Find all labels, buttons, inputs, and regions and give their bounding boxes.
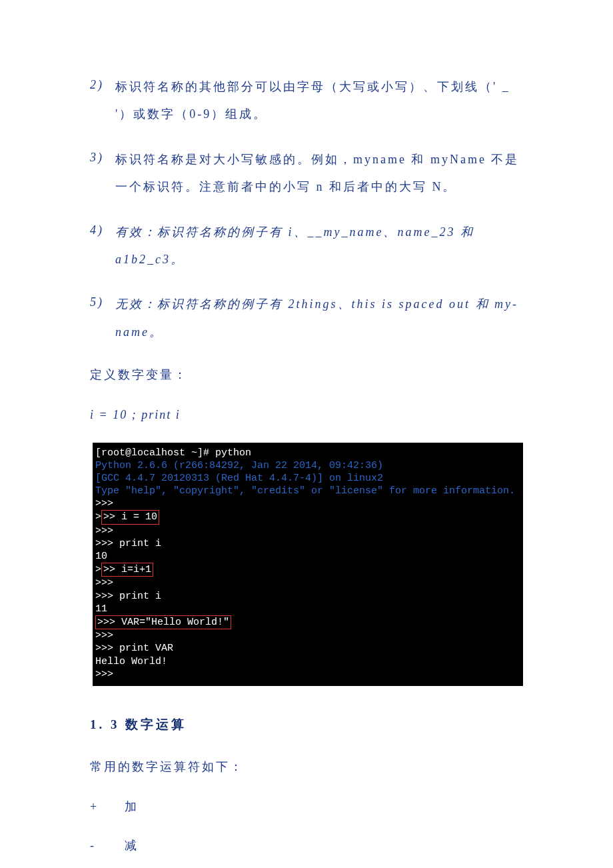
highlighted-code: >> i=i+1 (101, 563, 153, 577)
list-number: 2) (90, 73, 115, 129)
list-text: 标识符名称的其他部分可以由字母（大写或小写）、下划线（' _ '）或数字（0-9… (115, 73, 523, 129)
operators-intro: 常用的数字运算符如下： (90, 755, 523, 778)
python-version: Python 2.6.6 (r266:84292, Jan 22 2014, 0… (95, 459, 520, 472)
inline-code: i = 10 ; print i (90, 403, 523, 426)
define-variable-label: 定义数字变量： (90, 363, 523, 386)
list-text: 有效：标识符名称的例子有 i、__my_name、name_23 和 a1b2_… (115, 219, 523, 274)
list-item: 5) 无效：标识符名称的例子有 2things、this is spaced o… (90, 291, 523, 346)
section-heading: 1. 3 数字运算 (90, 713, 523, 737)
shell-prompt: [root@localhost ~]# python (95, 447, 251, 459)
operator-name: 加 (125, 800, 139, 813)
list-number: 4) (90, 219, 115, 274)
terminal-block: [root@localhost ~]# python Python 2.6.6 … (90, 443, 523, 686)
list-number: 3) (90, 146, 115, 201)
list-text: 标识符名称是对大小写敏感的。例如，myname 和 myName 不是一个标识符… (115, 146, 523, 201)
operator-name: 减 (125, 839, 139, 852)
repl-output: Hello World! (95, 655, 520, 668)
python-gcc: [GCC 4.4.7 20120313 (Red Hat 4.4.7-4)] o… (95, 472, 520, 485)
operator-row: - 减 (90, 834, 523, 857)
repl-line: >>> print VAR (95, 642, 520, 655)
repl-output: 10 (95, 550, 520, 563)
repl-line: >>> print i (95, 590, 520, 603)
list-item: 3) 标识符名称是对大小写敏感的。例如，myname 和 myName 不是一个… (90, 146, 523, 201)
highlighted-code: >>> VAR="Hello World!" (95, 615, 231, 629)
repl-prompt: >>> (95, 497, 520, 510)
repl-prompt: >>> (95, 577, 520, 589)
list-item: 2) 标识符名称的其他部分可以由字母（大写或小写）、下划线（' _ '）或数字（… (90, 73, 523, 129)
list-text: 无效：标识符名称的例子有 2things、this is spaced out … (115, 291, 523, 346)
repl-line: >>> print i (95, 537, 520, 550)
repl-arrow: > (95, 564, 101, 575)
list-number: 5) (90, 291, 115, 346)
operator-symbol: + (90, 795, 119, 818)
repl-prompt: >>> (95, 629, 520, 642)
repl-prompt: >>> (95, 525, 520, 537)
operator-row: + 加 (90, 795, 523, 818)
operator-symbol: - (90, 834, 119, 857)
document-page: 2) 标识符名称的其他部分可以由字母（大写或小写）、下划线（' _ '）或数字（… (0, 0, 613, 868)
repl-output: 11 (95, 603, 520, 615)
python-help: Type "help", "copyright", "credits" or "… (95, 485, 520, 497)
repl-prompt: >>> (95, 668, 520, 681)
highlighted-code: >> i = 10 (101, 510, 159, 524)
repl-arrow: > (95, 511, 101, 523)
list-item: 4) 有效：标识符名称的例子有 i、__my_name、name_23 和 a1… (90, 219, 523, 274)
